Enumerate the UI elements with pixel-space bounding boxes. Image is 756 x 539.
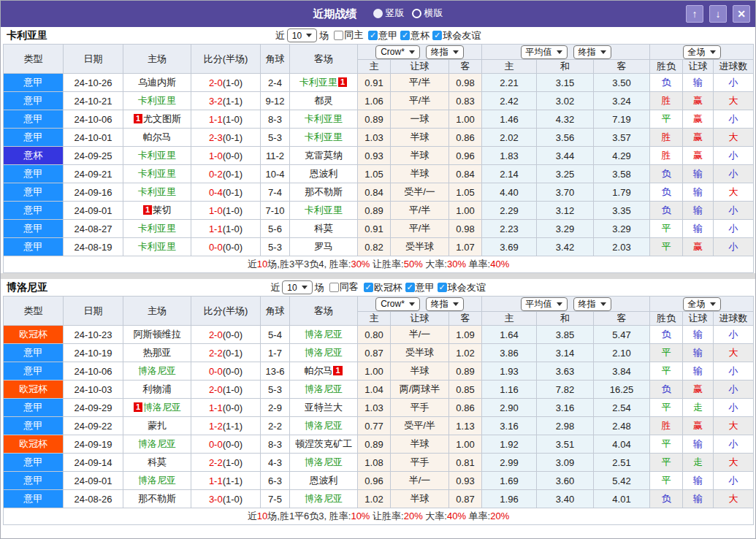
average-select[interactable]: 平均值 bbox=[521, 297, 568, 311]
close-button[interactable]: ✕ bbox=[733, 5, 750, 23]
match-score-cell: 2-3(0-1) bbox=[191, 129, 261, 147]
orientation-radio-1[interactable]: 横版 bbox=[412, 7, 443, 20]
summary-value: 20% bbox=[490, 511, 509, 521]
avg-away: 2.03 bbox=[594, 238, 650, 256]
avg-draw: 3.09 bbox=[537, 454, 594, 472]
avg-home: 2.99 bbox=[482, 454, 537, 472]
match-score-cell: 2-2(1-0) bbox=[191, 454, 261, 472]
summary-text: 单率: bbox=[466, 511, 490, 521]
team-label: 帕尔马 bbox=[304, 365, 332, 376]
result-winlose: 平 bbox=[650, 454, 683, 472]
odds-away: 0.84 bbox=[449, 165, 482, 183]
match-type-badge: 欧冠杯 bbox=[4, 326, 64, 344]
league-checkbox[interactable]: 意甲 bbox=[405, 281, 435, 294]
team-name: 博洛尼亚 bbox=[7, 281, 47, 294]
same-venue-checkbox[interactable]: 同主 bbox=[334, 28, 363, 42]
orientation-radio-group: 竖版横版 bbox=[366, 7, 443, 21]
team-label: 卡利亚里 bbox=[138, 241, 176, 252]
col-header-odds-handicap: 让球 bbox=[391, 312, 449, 326]
team-label: 博洛尼亚 bbox=[138, 365, 176, 376]
avg-draw: 3.44 bbox=[537, 147, 594, 165]
odds-handicap: 平/半 bbox=[391, 74, 449, 92]
col-header-odds-away: 客 bbox=[449, 312, 482, 326]
team-label: 卡利亚里 bbox=[138, 95, 176, 106]
recent-count-select[interactable]: 10 bbox=[287, 28, 317, 42]
average-select[interactable]: 平均值 bbox=[521, 45, 568, 59]
result-winlose: 负 bbox=[650, 381, 683, 399]
scope-select[interactable]: 全场 bbox=[683, 297, 721, 311]
col-header-odds-home: 主 bbox=[358, 312, 391, 326]
league-checkbox[interactable]: 球会友谊 bbox=[432, 29, 481, 42]
match-type-badge: 意甲 bbox=[4, 238, 64, 256]
odds-home: 1.05 bbox=[358, 165, 391, 183]
team-label: 科莫 bbox=[148, 456, 167, 467]
match-date: 24-08-26 bbox=[64, 490, 123, 508]
avg-away: 4.04 bbox=[594, 435, 650, 454]
scope-group-header: 全场 bbox=[650, 297, 754, 312]
same-venue-checkbox[interactable]: 同客 bbox=[329, 280, 359, 294]
fulltime-score: 0-0 bbox=[209, 242, 223, 253]
final-odds-select[interactable]: 终指 bbox=[426, 297, 464, 311]
chevron-down-icon bbox=[600, 302, 606, 306]
result-goals: 大 bbox=[714, 344, 754, 362]
summary-text: 近 bbox=[248, 259, 257, 270]
league-checkbox[interactable]: 意杯 bbox=[400, 29, 429, 42]
fulltime-score: 2-3 bbox=[209, 132, 223, 143]
avg-home: 2.21 bbox=[482, 74, 537, 92]
scope-select[interactable]: 全场 bbox=[683, 45, 721, 59]
same-venue-filter: 同客 bbox=[327, 280, 359, 294]
matches-table: 类型 日期 主场 比分(半场) 角球 客场 Crow* 终指 平均值 bbox=[3, 44, 754, 273]
orientation-radio-0[interactable]: 竖版 bbox=[373, 7, 405, 20]
team-name: 卡利亚里 bbox=[7, 29, 47, 42]
recent-count-select[interactable]: 10 bbox=[282, 280, 312, 294]
avg-draw: 3.02 bbox=[537, 92, 594, 110]
team-label: 罗马 bbox=[314, 241, 333, 252]
bookmaker-select[interactable]: Crow* bbox=[375, 45, 420, 59]
match-type-badge: 意甲 bbox=[4, 472, 64, 490]
result-handicap: 赢 bbox=[683, 238, 714, 256]
league-checkbox[interactable]: 球会友谊 bbox=[438, 281, 486, 294]
league-checkbox[interactable]: 欧冠杯 bbox=[364, 281, 402, 294]
chevron-down-icon bbox=[409, 50, 415, 54]
match-date: 24-09-16 bbox=[64, 183, 123, 202]
home-team-cell: 乌迪内斯 bbox=[123, 74, 191, 92]
final-odds-select-2[interactable]: 终指 bbox=[573, 45, 611, 59]
odds-handicap: 半球 bbox=[391, 147, 449, 165]
table-row: 意甲 24-08-26 那不勒斯 3-0(1-0) 7-5 博洛尼亚 1.02 … bbox=[4, 490, 754, 508]
move-up-button[interactable]: ↑ bbox=[686, 5, 703, 23]
avg-away: 2.54 bbox=[594, 399, 650, 417]
final-odds-select-2[interactable]: 终指 bbox=[573, 297, 611, 311]
away-team-cell: 克雷莫纳 bbox=[290, 147, 358, 165]
avg-away: 4.01 bbox=[594, 490, 650, 508]
match-score-cell: 1-0(0-0) bbox=[191, 147, 261, 165]
away-team-cell: 帕尔马1 bbox=[290, 362, 358, 381]
match-score-cell: 1-1(1-1) bbox=[191, 472, 261, 490]
bookmaker-select[interactable]: Crow* bbox=[375, 297, 420, 311]
table-row: 意杯 24-09-25 卡利亚里 1-0(0-0) 11-2 克雷莫纳 0.93… bbox=[4, 147, 754, 165]
match-date: 24-08-27 bbox=[64, 220, 123, 238]
move-down-button[interactable]: ↓ bbox=[709, 5, 727, 23]
team-label: 阿斯顿维拉 bbox=[134, 329, 181, 340]
team-label: 莱切 bbox=[153, 204, 172, 215]
col-header-goals-result: 进球数 bbox=[714, 60, 754, 74]
radio-selected-icon bbox=[373, 9, 383, 18]
corner-count: 10-4 bbox=[261, 165, 290, 183]
match-score-cell: 1-1(0-0) bbox=[191, 399, 261, 417]
odds-handicap: 受半球 bbox=[391, 344, 449, 362]
corner-count: 1-7 bbox=[261, 344, 290, 362]
match-type-badge: 意杯 bbox=[4, 147, 64, 165]
summary-value: 20% bbox=[404, 511, 423, 521]
checkbox-checked-icon bbox=[368, 31, 378, 40]
home-team-cell: 卡利亚里 bbox=[123, 165, 191, 183]
table-row: 意甲 24-09-21 卡利亚里 0-2(0-1) 10-4 恩波利 1.05 … bbox=[4, 165, 754, 183]
corner-count: 7-5 bbox=[261, 490, 290, 508]
fulltime-score: 1-2 bbox=[209, 421, 223, 432]
corner-count: 8-3 bbox=[261, 110, 290, 129]
match-type-badge: 意甲 bbox=[4, 165, 64, 183]
odds-handicap: 半球 bbox=[391, 362, 449, 381]
fulltime-score: 3-2 bbox=[209, 96, 223, 107]
final-odds-select[interactable]: 终指 bbox=[426, 45, 464, 59]
league-checkbox[interactable]: 意甲 bbox=[368, 29, 397, 42]
result-winlose: 胜 bbox=[650, 129, 683, 147]
result-handicap: 输 bbox=[683, 472, 714, 490]
